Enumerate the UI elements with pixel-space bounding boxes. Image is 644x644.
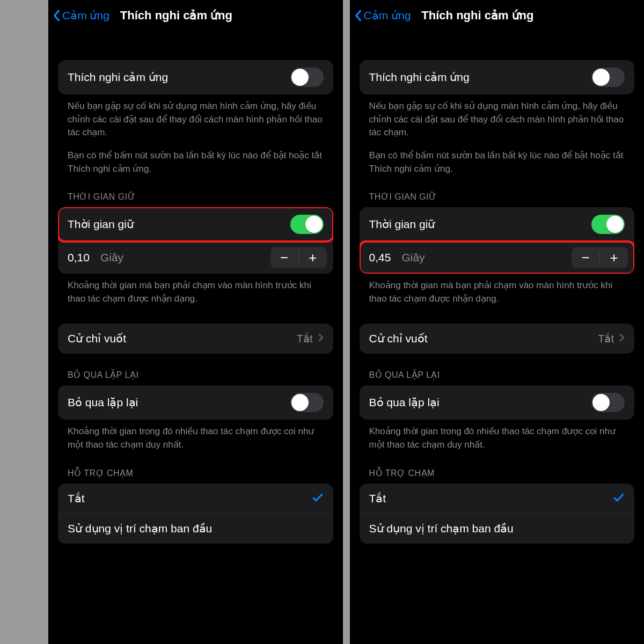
hold-duration-toggle-row[interactable]: Thời gian giữ [58,207,333,241]
touch-accommodations-label: Thích nghi cảm ứng [369,71,470,84]
swipe-gestures-group: Cử chỉ vuốt Tắt [360,324,635,354]
ignore-repeat-header: BỎ QUA LẶP LẠI [58,354,333,385]
ignore-repeat-row[interactable]: Bỏ qua lặp lại [360,385,635,420]
hold-duration-unit: Giây [401,251,425,264]
ignore-repeat-group: Bỏ qua lặp lại [58,385,333,420]
tap-assistance-off-row[interactable]: Tắt [58,484,333,514]
swipe-gestures-row[interactable]: Cử chỉ vuốt Tắt [360,324,635,354]
touch-accommodations-toggle[interactable] [591,68,625,87]
nav-bar: Cảm ứng Thích nghi cảm ứng [48,0,343,31]
touch-accommodations-row[interactable]: Thích nghi cảm ứng [360,60,635,94]
tap-assistance-group: Tắt Sử dụng vị trí chạm ban đầu [360,484,635,544]
hold-duration-group: Thời gian giữ 0,10 Giây − + [58,207,333,274]
tap-assistance-initial-row[interactable]: Sử dụng vị trí chạm ban đầu [360,514,635,544]
hold-duration-value-row: 0,10 Giây − + [58,241,333,274]
tap-assistance-group: Tắt Sử dụng vị trí chạm ban đầu [58,484,333,544]
tap-assistance-off-label: Tắt [68,492,85,505]
main-toggle-group: Thích nghi cảm ứng [360,60,635,94]
tap-assistance-initial-label: Sử dụng vị trí chạm ban đầu [68,522,212,535]
ignore-repeat-toggle[interactable] [290,393,324,412]
ignore-repeat-label: Bỏ qua lặp lại [68,396,138,409]
swipe-gestures-group: Cử chỉ vuốt Tắt [58,324,333,354]
hold-duration-stepper: − + [270,247,327,268]
back-label: Cảm ứng [62,9,109,22]
tap-assistance-initial-label: Sử dụng vị trí chạm ban đầu [369,522,514,535]
ignore-repeat-footer: Khoảng thời gian trong đó nhiều thao tác… [58,420,333,451]
hold-duration-value: 0,10 [68,251,90,264]
hold-duration-label: Thời gian giữ [369,218,435,231]
nav-bar: Cảm ứng Thích nghi cảm ứng [350,0,645,31]
back-label: Cảm ứng [364,9,411,22]
hold-duration-value-row: 0,45 Giây − + [360,241,635,274]
stepper-minus-button[interactable]: − [572,247,599,268]
swipe-gestures-label: Cử chỉ vuốt [68,332,126,345]
desc-text-2: Bạn có thể bấm nút sườn ba lần bất kỳ lú… [58,140,333,175]
ignore-repeat-header: BỎ QUA LẶP LẠI [360,354,635,385]
hold-duration-footer: Khoảng thời gian mà bạn phải chạm vào mà… [360,274,635,305]
chevron-right-icon [318,333,324,344]
phone-screen-right: Cảm ứng Thích nghi cảm ứng Thích nghi cả… [350,0,645,644]
ignore-repeat-toggle[interactable] [591,393,625,412]
hold-duration-label: Thời gian giữ [68,218,134,231]
desc-text-1: Nếu bạn gặp sự cố khi sử dụng màn hình c… [360,94,635,140]
back-button[interactable]: Cảm ứng [53,9,109,22]
stepper-minus-button[interactable]: − [270,247,298,268]
touch-accommodations-toggle[interactable] [290,68,324,87]
checkmark-icon [312,491,324,506]
ignore-repeat-group: Bỏ qua lặp lại [360,385,635,420]
tap-assistance-off-label: Tắt [369,492,386,505]
hold-duration-footer: Khoảng thời gian mà bạn phải chạm vào mà… [58,274,333,305]
tap-assistance-header: HỖ TRỢ CHẠM [360,452,635,484]
desc-text-2: Bạn có thể bấm nút sườn ba lần bất kỳ lú… [360,140,635,175]
hold-duration-stepper: − + [572,247,628,268]
swipe-gestures-label: Cử chỉ vuốt [369,332,428,345]
hold-duration-group: Thời gian giữ 0,45 Giây − + [360,207,635,274]
phone-screen-left: Cảm ứng Thích nghi cảm ứng Thích nghi cả… [48,0,343,644]
desc-text-1: Nếu bạn gặp sự cố khi sử dụng màn hình c… [58,94,333,140]
swipe-gestures-value: Tắt [297,332,313,345]
stepper-plus-button[interactable]: + [299,247,327,268]
chevron-left-icon [354,10,362,21]
checkmark-icon [613,491,625,506]
tap-assistance-initial-row[interactable]: Sử dụng vị trí chạm ban đầu [58,514,333,544]
chevron-right-icon [619,333,625,344]
hold-duration-toggle[interactable] [591,215,625,234]
ignore-repeat-footer: Khoảng thời gian trong đó nhiều thao tác… [360,420,635,451]
hold-duration-toggle[interactable] [290,215,324,234]
ignore-repeat-row[interactable]: Bỏ qua lặp lại [58,385,333,420]
hold-duration-header: THỜI GIAN GIỮ [58,175,333,207]
ignore-repeat-label: Bỏ qua lặp lại [369,396,440,409]
main-toggle-group: Thích nghi cảm ứng [58,60,333,94]
hold-duration-header: THỜI GIAN GIỮ [360,175,635,207]
tap-assistance-header: HỖ TRỢ CHẠM [58,452,333,484]
touch-accommodations-label: Thích nghi cảm ứng [68,71,168,84]
swipe-gestures-value: Tắt [598,332,614,345]
page-title: Thích nghi cảm ứng [120,9,232,23]
tap-assistance-off-row[interactable]: Tắt [360,484,635,514]
touch-accommodations-row[interactable]: Thích nghi cảm ứng [58,60,333,94]
hold-duration-toggle-row[interactable]: Thời gian giữ [360,207,635,241]
hold-duration-value: 0,45 [369,251,391,264]
hold-duration-unit: Giây [100,251,123,264]
page-title: Thích nghi cảm ứng [421,9,533,23]
stepper-plus-button[interactable]: + [600,247,628,268]
chevron-left-icon [53,10,60,21]
back-button[interactable]: Cảm ứng [354,9,411,22]
swipe-gestures-row[interactable]: Cử chỉ vuốt Tắt [58,324,333,354]
